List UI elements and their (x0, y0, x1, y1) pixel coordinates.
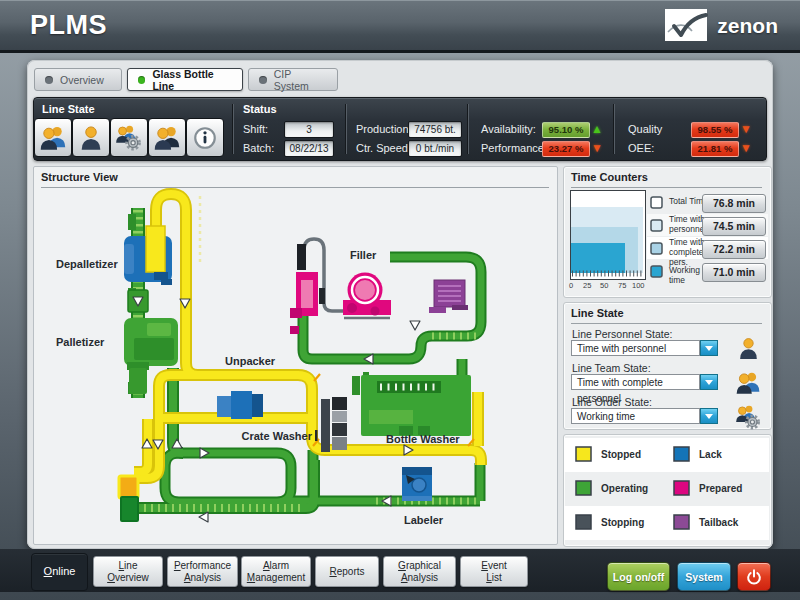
nav-tab-label: Event (481, 560, 507, 572)
nav-tab-label: Graphical (398, 560, 441, 572)
quality-badge: 98.55 % (691, 122, 739, 138)
app-header: PLMS zenon (0, 0, 800, 53)
power-button[interactable] (737, 562, 771, 591)
system-button[interactable]: System (677, 562, 731, 591)
buffer-station[interactable] (119, 476, 138, 498)
line-state-two-persons-button[interactable] (34, 118, 72, 157)
zenon-check-icon (665, 9, 711, 41)
conveyor-end-station[interactable] (121, 497, 138, 521)
tab-status-dot (138, 76, 145, 84)
nav-tab-online[interactable]: Online (31, 553, 88, 591)
status-bar: Line State Status Shift: 3 Batch: 08/22/… (33, 97, 767, 161)
checkbox-time-with-personnel[interactable] (650, 219, 663, 232)
axis-tick-label: 50 (600, 281, 608, 290)
line-order-state-label: Line Order State: (572, 396, 652, 408)
tab-label: CIP System (274, 68, 327, 92)
legend-swatch-tailback (673, 514, 690, 530)
tab-overview[interactable]: Overview (34, 68, 122, 91)
trend-down-icon: ▼ (739, 122, 753, 136)
quality-label: Quality (628, 123, 662, 135)
legend-swatch-prepared (673, 480, 690, 496)
label-labeler: Labeler (404, 514, 444, 526)
divider (346, 104, 347, 154)
divider (233, 104, 234, 154)
line-team-state-select[interactable]: Time with complete personnel (571, 374, 700, 390)
info-icon (192, 125, 218, 151)
nav-tab-label: Performance (174, 560, 231, 572)
line-state-panel-title: Line State (571, 307, 624, 319)
line-personnel-state-dropdown-button[interactable] (700, 340, 718, 356)
legend-label-stopping: Stopping (601, 517, 644, 528)
divider (571, 323, 762, 324)
label-bottle-washer: Bottle Washer (386, 433, 460, 445)
axis-tick-label: 75 (618, 281, 626, 290)
machine-bottle-washer[interactable] (352, 372, 471, 436)
bar-working-time (571, 243, 625, 273)
trend-down-icon: ▼ (590, 141, 604, 155)
chevron-down-icon (705, 346, 713, 351)
production-value-field[interactable]: 74756 bt. (408, 121, 462, 138)
nav-tab-alarm-management[interactable]: Alarm Management (241, 556, 311, 587)
ctr-speed-value-field[interactable]: 0 bt./min (408, 140, 462, 157)
nav-tab-event-list[interactable]: Event List (460, 556, 528, 587)
nav-tab-label: Line (119, 560, 138, 572)
shift-value-field[interactable]: 3 (284, 121, 334, 138)
nav-tab-label: Alarm (263, 560, 289, 572)
app-title: PLMS (30, 10, 107, 41)
legend-swatch-stopping (575, 514, 592, 530)
time-counters-title: Time Counters (571, 171, 648, 183)
line-order-state-select[interactable]: Working time (571, 408, 700, 424)
label-filler: Filler (350, 249, 377, 261)
nav-tab-label: List (486, 572, 502, 584)
checkbox-time-complete-pers[interactable] (650, 242, 663, 255)
machine-unpacker[interactable] (217, 391, 263, 419)
trend-down-icon: ▼ (739, 141, 753, 155)
line-order-state-dropdown-button[interactable] (700, 408, 718, 424)
oee-label: OEE: (628, 142, 654, 154)
tab-cip-system[interactable]: CIP System (248, 68, 338, 91)
machine-labeler[interactable] (402, 467, 432, 501)
nav-tab-reports[interactable]: Reports (315, 556, 379, 587)
axis-tick-label: 25 (583, 281, 591, 290)
machine-purple[interactable] (429, 280, 468, 313)
nav-tab-graphical-analysis[interactable]: Graphical Analysis (383, 556, 456, 587)
log-on-off-button[interactable]: Log on/off (607, 562, 670, 591)
label-depalletizer: Depalletizer (56, 258, 118, 270)
total-time-value[interactable]: 76.8 min (702, 194, 766, 213)
structure-view-diagram: Depalletizer Palletizer Unpacker Crate W… (28, 160, 558, 545)
tab-status-dot (259, 76, 267, 84)
tab-label: Glass Bottle Line (152, 68, 232, 92)
nav-tab-performance-analysis[interactable]: Performance Analysis (167, 556, 238, 587)
line-state-section-title: Line State (42, 103, 95, 115)
person-icon (736, 336, 761, 361)
checkbox-total-time[interactable] (650, 196, 663, 209)
status-section-title: Status (243, 103, 277, 115)
line-state-persons-gear-button[interactable] (110, 118, 148, 157)
time-with-personnel-value[interactable]: 74.5 min (702, 217, 766, 236)
legend-swatch-lack (673, 446, 690, 462)
production-label: Production: (356, 123, 412, 135)
line-personnel-state-label: Line Personnel State: (572, 328, 672, 340)
performance-label: Performance: (481, 142, 547, 154)
label-unpacker: Unpacker (225, 355, 276, 367)
legend-label-stopped: Stopped (601, 449, 641, 460)
line-personnel-state-select[interactable]: Time with personnel (571, 340, 700, 356)
tab-glass-bottle-line[interactable]: Glass Bottle Line (127, 68, 243, 91)
line-team-state-dropdown-button[interactable] (700, 374, 718, 390)
nav-tab-label: Online (44, 565, 76, 578)
zenon-logo: zenon (665, 9, 778, 41)
checkbox-working-time[interactable] (650, 265, 663, 278)
nav-tab-line-overview[interactable]: Line Overview (93, 556, 163, 587)
persons-gear-icon (115, 124, 143, 152)
batch-value-field[interactable]: 08/22/13 (284, 140, 334, 157)
line-state-two-persons-dark-button[interactable] (148, 118, 186, 157)
nav-tab-label: Reports (329, 566, 364, 578)
line-state-person-button[interactable] (72, 118, 110, 157)
working-time-value[interactable]: 71.0 min (702, 263, 766, 282)
info-button[interactable] (186, 118, 224, 157)
time-complete-pers-value[interactable]: 72.2 min (702, 240, 766, 259)
time-counters-chart (570, 190, 646, 280)
legend-swatch-operating (575, 480, 592, 496)
availability-badge: 95.10 % (542, 122, 590, 138)
divider (571, 187, 762, 188)
